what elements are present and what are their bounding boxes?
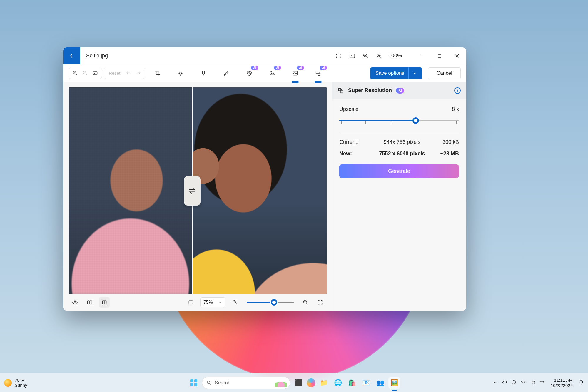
- zoom-in-icon: [376, 53, 382, 59]
- save-options-label: Save options: [375, 70, 404, 76]
- remove-background-tool[interactable]: AI: [289, 67, 302, 80]
- notifications-icon[interactable]: [579, 380, 584, 386]
- cancel-label: Cancel: [437, 70, 452, 76]
- super-resolution-panel: Super Resolution AI i Upscale 8 x: [332, 82, 466, 311]
- svg-rect-3: [438, 54, 441, 57]
- image-after: [192, 87, 327, 294]
- background-blur-tool[interactable]: AI: [266, 67, 279, 80]
- task-view-icon[interactable]: ⬛: [293, 377, 304, 389]
- fit-tool[interactable]: [91, 69, 100, 78]
- zoom-tool-group: [69, 68, 102, 79]
- swap-icon: [188, 186, 197, 195]
- reset-button[interactable]: Reset: [106, 71, 123, 76]
- expand-icon: [335, 53, 342, 59]
- svg-rect-15: [318, 73, 320, 75]
- zoom-value: 75%: [203, 300, 213, 305]
- svg-point-25: [207, 381, 210, 384]
- weather-widget[interactable]: 78°F Sunny: [4, 378, 27, 388]
- crop-tool[interactable]: [151, 67, 164, 80]
- actual-size-button[interactable]: [346, 50, 358, 62]
- zoom-in-titlebar-button[interactable]: [373, 50, 385, 62]
- svg-rect-20: [189, 301, 193, 304]
- one-to-one-icon: [349, 53, 355, 59]
- svg-point-7: [180, 72, 182, 74]
- svg-rect-18: [90, 301, 92, 304]
- wifi-icon[interactable]: [521, 380, 526, 386]
- preview-toggle[interactable]: [70, 297, 80, 308]
- taskbar-search[interactable]: Search: [202, 377, 290, 389]
- copilot-icon[interactable]: [307, 378, 315, 387]
- ai-badge-icon: AI: [274, 66, 281, 70]
- weather-temp: 78°F: [15, 378, 27, 383]
- minimize-button[interactable]: [413, 47, 431, 64]
- zoom-in-footer[interactable]: [300, 297, 311, 308]
- upscale-slider-thumb[interactable]: [412, 117, 419, 124]
- svg-rect-24: [341, 91, 343, 93]
- markup-tool[interactable]: [220, 67, 233, 80]
- upscale-slider[interactable]: [339, 117, 459, 124]
- new-dimensions: 7552 x 6048 pixels: [375, 151, 430, 157]
- history-tool-group: Reset: [104, 68, 145, 79]
- photos-app-icon[interactable]: 🖼️: [388, 377, 400, 389]
- fullscreen-button[interactable]: [333, 50, 345, 62]
- clock[interactable]: 11:11 AM 10/22/2024: [551, 378, 573, 388]
- upscale-value: 8 x: [452, 106, 459, 112]
- zoom-out-tool[interactable]: [81, 69, 90, 78]
- tray-overflow-icon[interactable]: [492, 380, 498, 386]
- redo-button[interactable]: [134, 69, 143, 78]
- image-canvas[interactable]: [69, 87, 327, 294]
- file-explorer-icon[interactable]: 📁: [318, 377, 330, 389]
- adjust-tool[interactable]: [174, 67, 187, 80]
- zoom-dropdown[interactable]: 75%: [200, 297, 225, 307]
- back-button[interactable]: [63, 47, 80, 64]
- split-view-toggle[interactable]: [99, 297, 110, 308]
- filter-tool[interactable]: [197, 67, 210, 80]
- edge-icon[interactable]: 🌐: [332, 377, 344, 389]
- file-title: Selfie.jpg: [86, 53, 108, 59]
- canvas-footer: 75%: [69, 294, 327, 311]
- maximize-button[interactable]: [431, 47, 448, 64]
- system-tray: 11:11 AM 10/22/2024: [492, 378, 584, 388]
- cancel-button[interactable]: Cancel: [428, 67, 461, 79]
- clock-time: 11:11 AM: [554, 378, 573, 383]
- outlook-icon[interactable]: 📧: [360, 377, 372, 389]
- info-icon[interactable]: i: [454, 87, 461, 94]
- close-button[interactable]: [448, 47, 466, 64]
- chevron-down-icon: [408, 67, 417, 79]
- security-icon[interactable]: [511, 380, 517, 386]
- super-resolution-tool[interactable]: AI: [312, 67, 325, 80]
- start-button[interactable]: [188, 377, 200, 389]
- svg-rect-14: [316, 71, 318, 73]
- compare-handle[interactable]: [184, 176, 201, 206]
- zoom-out-footer[interactable]: [230, 297, 240, 308]
- search-highlight-icon: [275, 379, 287, 387]
- zoom-in-tool[interactable]: [71, 69, 80, 78]
- fit-screen-button[interactable]: [186, 297, 196, 308]
- teams-icon[interactable]: 👥: [374, 377, 386, 389]
- compare-toggle[interactable]: [84, 297, 95, 308]
- taskbar-center: Search ⬛ 📁 🌐 🛍️ 📧 👥 🖼️: [188, 377, 400, 389]
- ai-badge-icon: AI: [297, 66, 304, 70]
- zoom-percentage: 100%: [388, 53, 402, 59]
- onedrive-icon[interactable]: [502, 380, 507, 386]
- store-icon[interactable]: 🛍️: [346, 377, 358, 389]
- taskbar: 78°F Sunny Search ⬛ 📁 🌐 🛍️ 📧 👥 🖼️ 11:11 …: [0, 373, 588, 392]
- volume-icon[interactable]: [530, 380, 535, 386]
- fullscreen-footer[interactable]: [315, 297, 325, 308]
- ai-badge-icon: AI: [320, 66, 327, 70]
- current-file-size: 300 kB: [430, 139, 459, 145]
- battery-icon[interactable]: [539, 380, 545, 386]
- image-before: [69, 87, 192, 294]
- current-dimensions: 944x 756 pixels: [375, 139, 430, 145]
- zoom-slider-thumb[interactable]: [271, 299, 277, 306]
- generate-button[interactable]: Generate: [339, 164, 459, 178]
- zoom-out-titlebar-button[interactable]: [360, 50, 372, 62]
- svg-rect-6: [93, 72, 97, 75]
- undo-button[interactable]: [124, 69, 133, 78]
- zoom-slider[interactable]: [247, 302, 294, 303]
- edit-toolbar: Reset AI AI AI AI Save options: [63, 64, 466, 82]
- erase-tool[interactable]: AI: [243, 67, 256, 80]
- save-options-button[interactable]: Save options: [370, 67, 422, 79]
- chevron-down-icon: [218, 300, 222, 304]
- selected-tool-indicator: [292, 81, 299, 83]
